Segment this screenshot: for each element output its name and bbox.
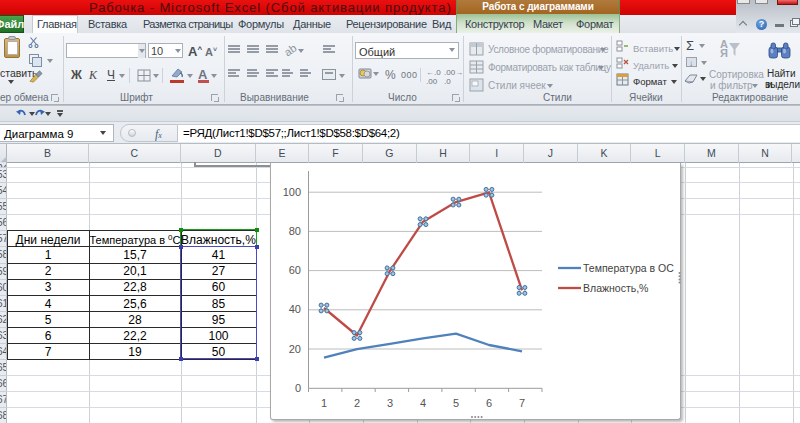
svg-text:40: 40	[289, 303, 301, 315]
svg-text:5: 5	[453, 397, 459, 409]
svg-text:80: 80	[289, 225, 301, 237]
svg-text:1: 1	[321, 397, 327, 409]
svg-text:Температура в ОС: Температура в ОС	[583, 262, 674, 274]
svg-text:3: 3	[387, 397, 393, 409]
svg-text:0: 0	[295, 382, 301, 394]
svg-text:6: 6	[486, 397, 492, 409]
svg-text:60: 60	[289, 264, 301, 276]
svg-text:Влажность,%: Влажность,%	[583, 282, 648, 294]
svg-text:2: 2	[354, 397, 360, 409]
svg-text:100: 100	[283, 186, 301, 198]
svg-text:7: 7	[519, 397, 525, 409]
svg-text:20: 20	[289, 343, 301, 355]
svg-text:4: 4	[420, 397, 426, 409]
